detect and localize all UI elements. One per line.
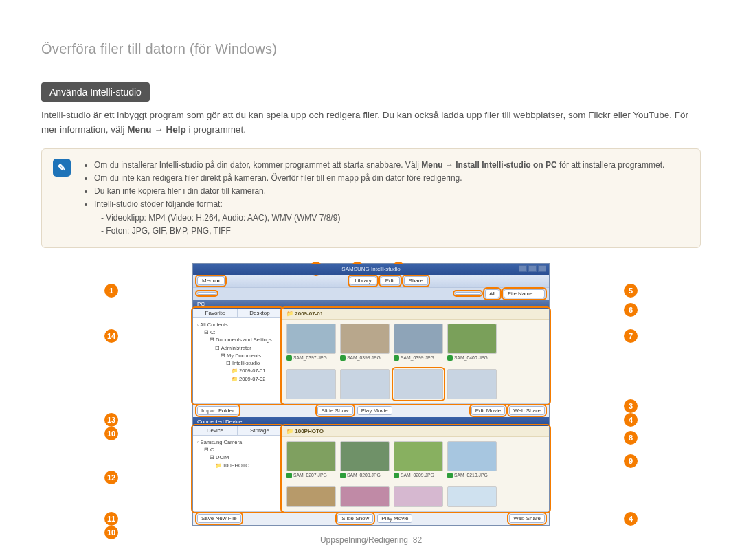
slideshow-button[interactable]: Slide Show: [317, 406, 353, 415]
nav-back-forward[interactable]: [197, 292, 216, 295]
pc-folder-header: 📁 2009-07-01: [282, 309, 549, 320]
page-footer: Uppspelning/Redigering 82: [0, 535, 742, 545]
device-bottom-bar: Save New File Slide Show Play Movie Web …: [193, 511, 549, 525]
callout-10: 10: [104, 427, 118, 440]
pc-tree[interactable]: ▫ All Contents ⊟ C: ⊟ Documents and Sett…: [193, 318, 282, 385]
note-item-text: Intelli-studio stöder följande format:: [94, 199, 223, 209]
device-panel: Device Storage ▫ Samsung Camera ⊟ C: ⊟ D…: [193, 426, 549, 511]
thumbnail[interactable]: SAM_0400.JPG: [447, 324, 497, 361]
pc-content[interactable]: 📁 2009-07-01 SAM_0397.JPGSAM_0398.JPGSAM…: [282, 309, 549, 403]
thumbnail[interactable]: [394, 486, 443, 507]
callout-5: 5: [624, 284, 638, 298]
thumbnail[interactable]: SAM_0397.JPG: [286, 324, 336, 361]
section-heading: Använda Intelli-studio: [41, 82, 150, 102]
callout-9: 9: [624, 454, 638, 468]
camera-icon: [286, 473, 292, 478]
toolbar-row: All File Name: [193, 287, 549, 300]
menu-row: Menu ▸ Library Edit Share: [193, 275, 549, 287]
device-webshare-button[interactable]: Web Share: [509, 514, 545, 523]
pc-bottom-bar: Import Folder Slide Show Play Movie Edit…: [193, 403, 549, 417]
device-playmovie-button[interactable]: Play Movie: [377, 514, 412, 523]
callout-4c: 4: [624, 512, 638, 526]
connected-device-header: Connected Device: [193, 417, 549, 426]
note-sublist: Videoklipp: MP4 (Video: H.264, Audio: AA…: [94, 212, 689, 238]
minimize-icon[interactable]: [519, 265, 527, 272]
arrow-icon: →: [154, 124, 166, 135]
note-item: Om du installerar Intelli-studio på din …: [94, 159, 689, 172]
camera-icon: [340, 473, 346, 478]
pc-sidebar[interactable]: Favorite Desktop ▫ All Contents ⊟ C: ⊟ D…: [193, 309, 282, 403]
thumbnail[interactable]: [286, 486, 336, 507]
intro-help-bold: Help: [166, 124, 186, 135]
thumbnail[interactable]: [340, 486, 390, 507]
callout-4b: 4: [624, 413, 638, 427]
close-icon[interactable]: [538, 265, 546, 272]
callout-8: 8: [624, 431, 638, 445]
app-window: SAMSUNG Intelli-studio Menu ▸ Library Ed…: [192, 263, 550, 526]
camera-icon: [394, 355, 399, 361]
tab-storage[interactable]: Storage: [238, 426, 282, 435]
thumbnail[interactable]: SAM_0398.JPG: [340, 324, 390, 361]
callout-11: 11: [104, 512, 118, 526]
note-subitem: Videoklipp: MP4 (Video: H.264, Audio: AA…: [101, 212, 689, 225]
device-thumbnails: SAM_0207.JPGSAM_0208.JPGSAM_0209.JPGSAM_…: [282, 437, 549, 482]
tab-share[interactable]: Share: [404, 276, 428, 285]
pc-thumbnails-row2: [282, 365, 549, 403]
import-folder-button[interactable]: Import Folder: [197, 406, 238, 415]
camera-icon: [447, 355, 453, 361]
device-sidebar[interactable]: Device Storage ▫ Samsung Camera ⊟ C: ⊟ D…: [193, 426, 282, 511]
thumbnail[interactable]: SAM_0399.JPG: [394, 324, 443, 361]
thumbnail[interactable]: SAM_0210.JPG: [447, 441, 497, 478]
callout-13: 13: [104, 413, 118, 427]
thumbnail[interactable]: [447, 486, 497, 507]
tab-favorite[interactable]: Favorite: [193, 309, 238, 317]
tab-desktop[interactable]: Desktop: [238, 309, 282, 317]
callout-1: 1: [104, 284, 118, 298]
filter-all[interactable]: All: [485, 289, 499, 298]
page-title: Överföra filer till datorn (för Windows): [41, 41, 701, 63]
callout-6: 6: [624, 303, 638, 317]
note-item: Om du inte kan redigera filer direkt på …: [94, 172, 689, 185]
note-item: Intelli-studio stöder följande format: V…: [94, 198, 689, 238]
camera-icon: [447, 473, 453, 478]
device-content[interactable]: 📁 100PHOTO SAM_0207.JPGSAM_0208.JPGSAM_0…: [282, 426, 549, 511]
pc-thumbnails: SAM_0397.JPGSAM_0398.JPGSAM_0399.JPGSAM_…: [282, 320, 549, 365]
camera-icon: [394, 473, 399, 478]
callout-14: 14: [104, 329, 118, 343]
maximize-icon[interactable]: [528, 265, 537, 272]
note-subitem: Foton: JPG, GIF, BMP, PNG, TIFF: [101, 225, 689, 238]
diagram-wrapper: 1 2 3 4 5 6 14 7 3 13 4 10 8 9 12 11 4 1…: [110, 263, 632, 526]
tab-device[interactable]: Device: [193, 426, 238, 435]
intro-suffix: i programmet.: [189, 124, 246, 135]
app-brand: SAMSUNG Intelli-studio: [341, 264, 400, 275]
camera-icon: [340, 355, 346, 361]
editmovie-button[interactable]: Edit Movie: [471, 406, 505, 415]
note-icon: ✎: [53, 159, 71, 177]
callout-7: 7: [624, 329, 638, 343]
window-buttons[interactable]: [519, 265, 546, 272]
tab-edit[interactable]: Edit: [381, 276, 400, 285]
note-item: Du kan inte kopiera filer i din dator ti…: [94, 185, 689, 198]
app-titlebar: SAMSUNG Intelli-studio: [193, 264, 549, 275]
thumbnail[interactable]: SAM_0208.JPG: [340, 441, 390, 478]
intro-menu-bold: Menu: [127, 124, 151, 135]
thumbnail[interactable]: SAM_0209.JPG: [394, 441, 443, 478]
menu-button[interactable]: Menu ▸: [197, 276, 225, 285]
search-input[interactable]: File Name: [504, 289, 545, 298]
callout-3b: 3: [624, 399, 638, 413]
device-tree[interactable]: ▫ Samsung Camera ⊟ C: ⊟ DCIM 📁 100PHOTO: [193, 436, 282, 472]
pc-panel: Favorite Desktop ▫ All Contents ⊟ C: ⊟ D…: [193, 309, 549, 403]
tab-library[interactable]: Library: [350, 276, 376, 285]
webshare-button[interactable]: Web Share: [509, 406, 545, 415]
playmovie-button[interactable]: Play Movie: [357, 406, 392, 415]
footer-section: Uppspelning/Redigering: [320, 535, 408, 545]
save-new-file-button[interactable]: Save New File: [197, 514, 241, 523]
camera-icon: [286, 355, 292, 361]
device-slideshow-button[interactable]: Slide Show: [337, 514, 373, 523]
footer-page-number: 82: [413, 535, 422, 545]
note-list: Om du installerar Intelli-studio på din …: [83, 159, 689, 238]
device-folder-header: 📁 100PHOTO: [282, 426, 549, 437]
zoom-controls[interactable]: [455, 292, 481, 295]
pc-header: PC: [193, 300, 549, 309]
thumbnail[interactable]: SAM_0207.JPG: [286, 441, 336, 478]
